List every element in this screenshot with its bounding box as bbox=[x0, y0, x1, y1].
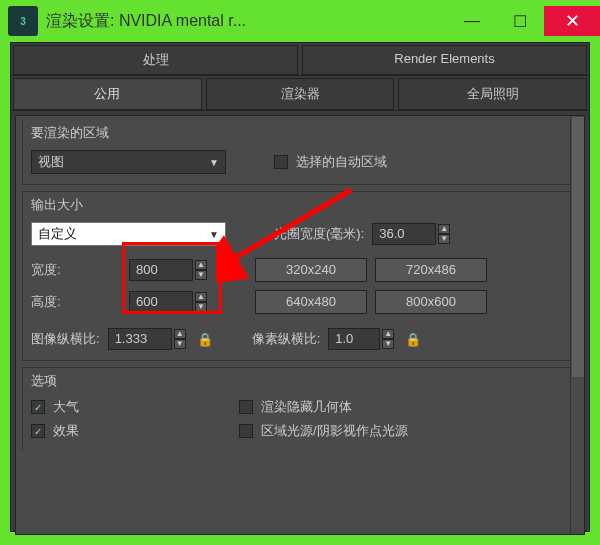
minimize-button[interactable]: — bbox=[448, 6, 496, 36]
width-spinner: 800 ▲▼ bbox=[129, 259, 207, 281]
titlebar[interactable]: 3 渲染设置: NVIDIA mental r... — ☐ ✕ bbox=[0, 0, 600, 42]
render-hidden-label: 渲染隐藏几何体 bbox=[261, 398, 352, 416]
height-label: 高度: bbox=[31, 293, 91, 311]
effects-checkbox[interactable] bbox=[31, 424, 45, 438]
image-aspect-input[interactable]: 1.333 bbox=[108, 328, 172, 350]
aperture-input[interactable]: 36.0 bbox=[372, 223, 436, 245]
window-controls: — ☐ ✕ bbox=[448, 0, 600, 42]
tabs-row-2: 公用 渲染器 全局照明 bbox=[11, 76, 589, 111]
app-icon-text: 3 bbox=[20, 16, 26, 27]
output-size-dropdown-value: 自定义 bbox=[38, 225, 77, 243]
width-input[interactable]: 800 bbox=[129, 259, 193, 281]
width-spin-buttons[interactable]: ▲▼ bbox=[195, 260, 207, 280]
render-area-dropdown-value: 视图 bbox=[38, 153, 64, 171]
render-hidden-checkbox[interactable] bbox=[239, 400, 253, 414]
tab-content: 要渲染的区域 视图 ▼ 选择的自动区域 输出大小 自定 bbox=[15, 115, 585, 535]
preset-640x480[interactable]: 640x480 bbox=[255, 290, 367, 314]
preset-720x486[interactable]: 720x486 bbox=[375, 258, 487, 282]
scrollbar-thumb[interactable] bbox=[572, 117, 584, 377]
lock-icon[interactable]: 🔒 bbox=[196, 330, 214, 348]
window-title: 渲染设置: NVIDIA mental r... bbox=[46, 11, 448, 32]
group-output-size: 输出大小 自定义 ▼ 光圈宽度(毫米): 36.0 ▲▼ 宽度: 800 bbox=[22, 191, 578, 361]
image-aspect-label: 图像纵横比: bbox=[31, 330, 100, 348]
pixel-aspect-spin-buttons[interactable]: ▲▼ bbox=[382, 329, 394, 349]
tab-common[interactable]: 公用 bbox=[13, 78, 202, 110]
tab-global-illum[interactable]: 全局照明 bbox=[398, 78, 587, 110]
height-spinner: 600 ▲▼ bbox=[129, 291, 207, 313]
render-settings-window: 3 渲染设置: NVIDIA mental r... — ☐ ✕ 处理 Rend… bbox=[0, 0, 600, 545]
render-area-dropdown[interactable]: 视图 ▼ bbox=[31, 150, 226, 174]
area-lights-label: 区域光源/阴影视作点光源 bbox=[261, 422, 408, 440]
tab-render-elements[interactable]: Render Elements bbox=[302, 45, 587, 75]
image-aspect-spin-buttons[interactable]: ▲▼ bbox=[174, 329, 186, 349]
chevron-down-icon: ▼ bbox=[209, 229, 219, 240]
height-spin-buttons[interactable]: ▲▼ bbox=[195, 292, 207, 312]
chevron-down-icon: ▼ bbox=[209, 157, 219, 168]
group-options: 选项 大气 渲染隐藏几何体 效果 bbox=[22, 367, 578, 450]
app-icon: 3 bbox=[8, 6, 38, 36]
auto-region-checkbox[interactable] bbox=[274, 155, 288, 169]
close-button[interactable]: ✕ bbox=[544, 6, 600, 36]
pixel-aspect-input[interactable]: 1.0 bbox=[328, 328, 380, 350]
atmosphere-checkbox[interactable] bbox=[31, 400, 45, 414]
aperture-spin-buttons[interactable]: ▲▼ bbox=[438, 224, 450, 244]
lock-icon[interactable]: 🔒 bbox=[404, 330, 422, 348]
preset-800x600[interactable]: 800x600 bbox=[375, 290, 487, 314]
preset-320x240[interactable]: 320x240 bbox=[255, 258, 367, 282]
effects-label: 效果 bbox=[53, 422, 79, 440]
pixel-aspect-label: 像素纵横比: bbox=[252, 330, 321, 348]
tab-renderer[interactable]: 渲染器 bbox=[206, 78, 395, 110]
maximize-button[interactable]: ☐ bbox=[496, 6, 544, 36]
image-aspect-spinner: 1.333 ▲▼ bbox=[108, 328, 186, 350]
tabs-row-1: 处理 Render Elements bbox=[11, 43, 589, 76]
width-label: 宽度: bbox=[31, 261, 91, 279]
client-area: 处理 Render Elements 公用 渲染器 全局照明 要渲染的区域 视图… bbox=[10, 42, 590, 532]
group-options-title: 选项 bbox=[31, 372, 569, 390]
tab-processing[interactable]: 处理 bbox=[13, 45, 298, 75]
height-input[interactable]: 600 bbox=[129, 291, 193, 313]
group-render-area-title: 要渲染的区域 bbox=[31, 124, 569, 142]
pixel-aspect-spinner: 1.0 ▲▼ bbox=[328, 328, 394, 350]
group-output-size-title: 输出大小 bbox=[31, 196, 569, 214]
vertical-scrollbar[interactable] bbox=[570, 116, 584, 534]
aperture-label: 光圈宽度(毫米): bbox=[274, 225, 364, 243]
auto-region-label: 选择的自动区域 bbox=[296, 153, 387, 171]
area-lights-checkbox[interactable] bbox=[239, 424, 253, 438]
aperture-spinner: 36.0 ▲▼ bbox=[372, 223, 450, 245]
output-size-dropdown[interactable]: 自定义 ▼ bbox=[31, 222, 226, 246]
atmosphere-label: 大气 bbox=[53, 398, 79, 416]
group-render-area: 要渲染的区域 视图 ▼ 选择的自动区域 bbox=[22, 120, 578, 185]
